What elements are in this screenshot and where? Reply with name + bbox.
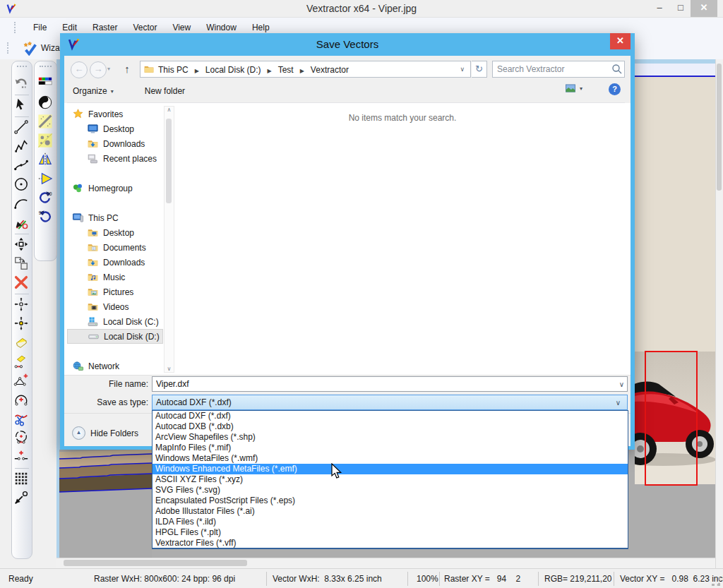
sidebar-item-homegroup[interactable]: Homegroup: [67, 181, 163, 196]
combo-chevron-icon[interactable]: ∨: [616, 399, 623, 407]
save-as-type-combobox[interactable]: Autocad DXF (*.dxf) ∨: [152, 395, 628, 410]
forward-button[interactable]: →: [90, 61, 107, 78]
toolbar-separator: [15, 294, 29, 294]
sidebar-item-network[interactable]: Network: [67, 359, 163, 373]
scroll-up-icon[interactable]: ∧: [167, 107, 172, 113]
search-box[interactable]: [492, 61, 625, 78]
sidebar-item-documents[interactable]: Documents: [67, 240, 163, 255]
type-option[interactable]: ILDA Files (*.ild): [153, 517, 628, 527]
flip-vertical-tool-icon[interactable]: [37, 152, 54, 169]
organize-button[interactable]: Organize ▾: [67, 84, 119, 98]
minimize-button[interactable]: –: [650, 0, 669, 17]
maximize-button[interactable]: □: [671, 0, 691, 17]
pick-point-tool-icon[interactable]: [13, 490, 30, 507]
breadcrumb-item[interactable]: Local Disk (D:): [203, 65, 263, 75]
change-view-button[interactable]: ▾: [565, 84, 582, 93]
sidebar-item-downloads[interactable]: Downloads: [67, 255, 163, 270]
cut-curve-tool-icon[interactable]: [13, 411, 30, 428]
caret-down-icon: ▾: [111, 88, 114, 95]
circle-tool-icon[interactable]: [13, 176, 30, 193]
back-button[interactable]: ←: [71, 61, 88, 78]
add-vertex-tool-icon[interactable]: [13, 373, 30, 390]
invert-tool-icon[interactable]: [37, 95, 54, 112]
type-option[interactable]: HPGL Files (*.plt): [153, 527, 628, 538]
up-one-level-button[interactable]: ↑: [120, 62, 134, 76]
polyline-tool-icon[interactable]: [13, 138, 30, 155]
help-button[interactable]: ?: [609, 83, 621, 95]
new-folder-button[interactable]: New folder: [139, 84, 191, 98]
add-arc-node-tool-icon[interactable]: [13, 392, 30, 409]
sidebar-item-local-disk-d-[interactable]: Local Disk (D:): [67, 329, 163, 344]
breadcrumb-item[interactable]: Test: [276, 65, 296, 75]
breadcrumb-chevron-icon[interactable]: ∨: [460, 66, 467, 73]
type-option[interactable]: Adobe Illustator Files (*.ai): [153, 506, 628, 517]
type-option[interactable]: ASCII XYZ Files (*.xyz): [153, 474, 628, 485]
sidebar-item-recent-places[interactable]: Recent places: [67, 151, 163, 166]
vectorize-tool-icon[interactable]: [13, 215, 30, 232]
type-option[interactable]: Autocad DXB (*.dxb): [153, 421, 628, 432]
toolbar-separator: [15, 468, 29, 469]
split-segment-tool-icon[interactable]: [13, 449, 30, 466]
search-input[interactable]: [493, 64, 611, 74]
file-name-input[interactable]: [153, 379, 619, 389]
close-button[interactable]: ✕: [691, 0, 717, 17]
dialog-close-button[interactable]: ✕: [610, 33, 631, 49]
type-option[interactable]: MapInfo Files (*.mif): [153, 443, 628, 453]
move-node-tool-icon[interactable]: [13, 296, 30, 313]
type-option[interactable]: ArcView Shapefiles (*.shp): [153, 432, 628, 443]
move-tool-icon[interactable]: [13, 236, 30, 253]
undo-tool-icon[interactable]: [13, 76, 30, 92]
type-option[interactable]: Windows MetaFiles (*.wmf): [153, 453, 628, 464]
flip-horizontal-tool-icon[interactable]: [37, 171, 54, 188]
horizontal-scrollbar-thumb[interactable]: [64, 560, 247, 566]
copy-tool-icon[interactable]: [13, 256, 30, 272]
vertical-scrollbar-thumb[interactable]: [717, 64, 722, 191]
grid-tool-icon[interactable]: [13, 471, 30, 488]
sidebar-item-desktop[interactable]: Desktop: [67, 121, 163, 136]
breadcrumb-item[interactable]: Vextractor: [309, 65, 351, 75]
scroll-down-icon[interactable]: ∨: [167, 366, 172, 372]
sidebar-item-pictures[interactable]: Pictures: [67, 284, 163, 299]
file-name-combobox[interactable]: ∨: [152, 376, 628, 392]
breadcrumb[interactable]: This PC▶Local Disk (D:)▶Test▶Vextractor …: [140, 61, 471, 78]
sidebar-scrollbar-thumb[interactable]: [166, 119, 172, 203]
breadcrumb-item[interactable]: This PC: [156, 65, 191, 75]
type-option[interactable]: Autocad DXF (*.dxf): [153, 411, 628, 421]
despeckle-dots-tool-icon[interactable]: [37, 133, 54, 150]
rotate-ccw-90-tool-icon[interactable]: 90: [37, 209, 54, 226]
sidebar-item-favorites[interactable]: Favorites: [67, 107, 163, 121]
rotate-cw-90-tool-icon[interactable]: 90: [37, 190, 54, 207]
sidebar-item-music[interactable]: Music: [67, 270, 163, 284]
toolbar-separator: [15, 116, 29, 117]
type-option[interactable]: Encapsulated PostScript Files (*.eps): [153, 496, 628, 506]
despeckle-lines-tool-icon[interactable]: [37, 114, 54, 131]
sidebar-item-desktop[interactable]: Desktop: [67, 225, 163, 240]
arc-tool-icon[interactable]: [13, 196, 30, 212]
select-tool-icon[interactable]: [13, 97, 30, 114]
type-option[interactable]: SVG Files (*.svg): [153, 485, 628, 496]
palette-tool-icon[interactable]: [37, 76, 54, 92]
recent-locations-dropdown[interactable]: ▾: [107, 66, 110, 72]
erase-segment-tool-icon[interactable]: [13, 354, 30, 371]
combo-chevron-icon[interactable]: ∨: [619, 380, 627, 388]
sidebar-item-label: Desktop: [103, 124, 134, 134]
sidebar-item-label: Network: [88, 361, 119, 371]
sidebar-item-videos[interactable]: Videos: [67, 299, 163, 314]
type-option[interactable]: Vextractor Files (*.vff): [153, 538, 628, 548]
eraser-tool-icon[interactable]: [13, 335, 30, 352]
close-curve-tool-icon[interactable]: [13, 430, 30, 447]
bezier-tool-icon[interactable]: [13, 157, 30, 174]
toolbar-grip: [40, 66, 52, 73]
menu-file[interactable]: File: [25, 20, 54, 35]
hide-folders-button[interactable]: ▲ Hide Folders: [72, 426, 138, 440]
sidebar-item-this-pc[interactable]: This PC: [67, 210, 163, 225]
svg-text:90: 90: [46, 191, 52, 196]
move-node-center-tool-icon[interactable]: [13, 316, 30, 332]
sidebar-item-local-disk-c-[interactable]: Local Disk (C:): [67, 314, 163, 329]
line-tool-icon[interactable]: [13, 119, 30, 136]
type-option[interactable]: Windows Enhanced MetaFiles (*.emf): [153, 464, 628, 474]
sidebar-item-downloads[interactable]: Downloads: [67, 136, 163, 151]
hide-folders-label: Hide Folders: [90, 428, 138, 438]
refresh-button[interactable]: ↻: [472, 61, 487, 78]
delete-tool-icon[interactable]: [13, 275, 30, 292]
